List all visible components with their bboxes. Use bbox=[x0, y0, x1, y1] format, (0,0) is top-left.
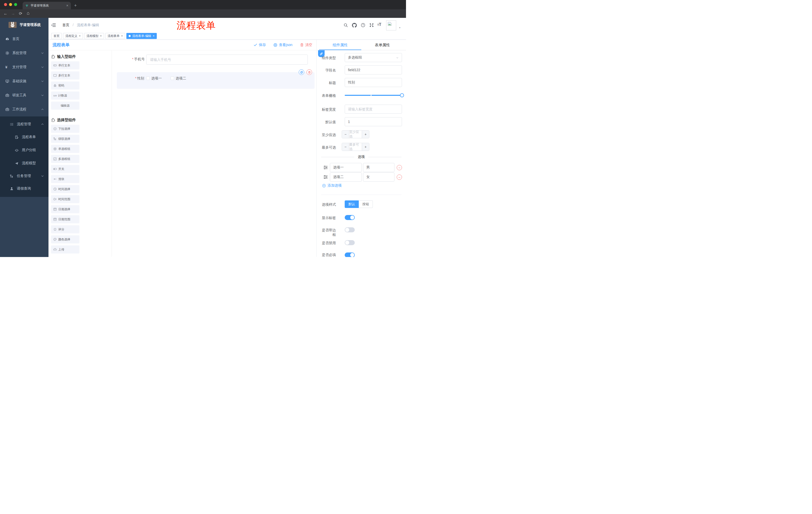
gender-option1-label[interactable]: 选项一 bbox=[151, 76, 162, 81]
style-default-button[interactable]: 默认 bbox=[345, 200, 359, 208]
sidebar-item-system[interactable]: 系统管理 bbox=[0, 46, 49, 60]
back-icon[interactable]: ← bbox=[3, 11, 8, 16]
component-type-select[interactable]: 多选框组 bbox=[345, 53, 402, 62]
forward-icon[interactable]: → bbox=[10, 11, 16, 16]
required-switch[interactable] bbox=[345, 252, 355, 257]
component-select[interactable]: 下拉选择 bbox=[51, 125, 79, 133]
fullscreen-icon[interactable] bbox=[369, 23, 374, 27]
phone-field-input[interactable] bbox=[146, 55, 308, 64]
style-button-button[interactable]: 按钮 bbox=[359, 200, 373, 208]
component-multi-line-text[interactable]: 多行文本 bbox=[51, 72, 79, 79]
sidebar-item-leave-query[interactable]: 请假查询 bbox=[0, 182, 49, 195]
sidebar-item-home[interactable]: 首页 bbox=[0, 32, 49, 46]
component-radio-group[interactable]: 单选框组 bbox=[51, 145, 79, 153]
option1-label-input[interactable] bbox=[330, 163, 362, 172]
component-color-picker[interactable]: 颜色选择 bbox=[51, 235, 79, 243]
component-time-picker[interactable]: 时间选择 bbox=[51, 185, 79, 193]
tag-process-definition[interactable]: 流程定义× bbox=[63, 33, 83, 39]
slider-handle[interactable] bbox=[400, 93, 404, 97]
show-label-switch[interactable] bbox=[345, 215, 355, 220]
drag-handle-icon[interactable] bbox=[323, 175, 328, 179]
search-icon[interactable] bbox=[343, 23, 348, 27]
sidebar-item-user-group[interactable]: 用户分组 bbox=[0, 143, 49, 157]
save-button[interactable]: 保存 bbox=[254, 43, 266, 47]
sidebar-item-process-form[interactable]: 流程表单 bbox=[0, 131, 49, 143]
window-minimize-button[interactable] bbox=[9, 3, 12, 6]
copy-component-button[interactable] bbox=[299, 70, 304, 75]
decrease-button[interactable]: − bbox=[342, 131, 349, 138]
breadcrumb-home[interactable]: 首页 bbox=[62, 23, 69, 27]
browser-tab[interactable]: 芋道管理系统 × bbox=[23, 2, 71, 9]
component-checkbox-group[interactable]: 多选框组 bbox=[51, 155, 79, 163]
tree-icon bbox=[10, 174, 14, 178]
component-date-picker[interactable]: 日期选择 bbox=[51, 205, 79, 213]
add-option-button[interactable]: 添加选项 bbox=[322, 183, 342, 188]
increase-button[interactable]: + bbox=[362, 143, 369, 151]
tag-home[interactable]: 首页 bbox=[51, 33, 62, 39]
tab-component-props[interactable]: 组件属性 bbox=[319, 40, 361, 50]
option2-label-input[interactable] bbox=[330, 172, 362, 182]
clear-button[interactable]: 清空 bbox=[300, 43, 312, 47]
sidebar-item-devtools[interactable]: 研发工具 bbox=[0, 88, 49, 102]
font-size-icon[interactable]: TT bbox=[377, 22, 381, 27]
help-icon[interactable]: ? bbox=[361, 23, 365, 27]
max-select-value[interactable]: 最多可选 bbox=[349, 143, 362, 151]
label-width-input[interactable] bbox=[345, 105, 402, 114]
border-switch[interactable] bbox=[345, 227, 355, 232]
increase-button[interactable]: + bbox=[362, 131, 369, 138]
remove-option2-button[interactable]: − bbox=[397, 174, 402, 180]
user-menu-caret-icon[interactable]: ▾ bbox=[399, 26, 401, 29]
tag-close-icon[interactable]: × bbox=[100, 34, 102, 38]
selected-component-gender[interactable]: *性别 选项一 选项二 bbox=[117, 72, 315, 89]
user-avatar[interactable] bbox=[386, 20, 396, 30]
remove-option1-button[interactable]: − bbox=[397, 165, 402, 170]
default-value-input[interactable] bbox=[345, 117, 402, 126]
option1-value-input[interactable] bbox=[363, 163, 395, 172]
home-icon[interactable]: ⌂ bbox=[26, 10, 31, 16]
component-editor[interactable]: 编辑器 bbox=[51, 102, 79, 110]
component-upload[interactable]: 上传 bbox=[51, 245, 79, 253]
sidebar-item-task-management[interactable]: 任务管理 bbox=[0, 170, 49, 182]
tag-close-icon[interactable]: × bbox=[79, 34, 81, 38]
reload-icon[interactable]: ⟳ bbox=[18, 11, 23, 16]
component-rate[interactable]: 评分 bbox=[51, 225, 79, 233]
form-grid-slider[interactable] bbox=[345, 95, 402, 96]
tag-close-icon[interactable]: × bbox=[121, 34, 123, 38]
component-single-line-text[interactable]: 单行文本 bbox=[51, 61, 79, 70]
component-cascader[interactable]: 级联选择 bbox=[51, 135, 79, 143]
gender-option1-checkbox[interactable] bbox=[146, 77, 150, 80]
tab-close-icon[interactable]: × bbox=[66, 3, 68, 7]
gender-option2-checkbox[interactable] bbox=[171, 77, 174, 80]
decrease-button[interactable]: − bbox=[342, 143, 349, 151]
github-icon[interactable] bbox=[352, 23, 357, 28]
component-time-range[interactable]: 时间范围 bbox=[51, 195, 79, 203]
min-select-value[interactable]: 至少应选 bbox=[349, 131, 362, 138]
new-tab-button[interactable]: + bbox=[74, 2, 77, 8]
window-zoom-button[interactable] bbox=[14, 3, 17, 6]
tag-close-icon[interactable]: × bbox=[153, 34, 154, 38]
tab-form-props[interactable]: 表单属性 bbox=[361, 40, 404, 50]
gender-option2-label[interactable]: 选项二 bbox=[176, 76, 186, 81]
sidebar-item-workflow[interactable]: 工作流程 bbox=[0, 102, 49, 116]
tag-process-model[interactable]: 流程模型× bbox=[84, 33, 104, 39]
component-slider[interactable]: 滑块 bbox=[51, 175, 79, 183]
component-switch[interactable]: 开关 bbox=[51, 165, 79, 173]
drag-handle-icon[interactable] bbox=[323, 165, 328, 170]
sidebar-item-process-model[interactable]: 流程模型 bbox=[0, 157, 49, 170]
field-name-input[interactable] bbox=[345, 65, 402, 75]
sidebar-collapse-icon[interactable] bbox=[51, 23, 56, 28]
tag-process-form-edit[interactable]: 流程表单-编辑× bbox=[126, 33, 157, 39]
component-password[interactable]: 密码 bbox=[51, 81, 79, 89]
view-json-button[interactable]: 查看json bbox=[273, 43, 292, 47]
title-input[interactable] bbox=[345, 78, 402, 87]
disabled-switch[interactable] bbox=[345, 240, 355, 245]
window-close-button[interactable] bbox=[4, 3, 7, 6]
component-counter[interactable]: 123 计数器 bbox=[51, 91, 79, 100]
sidebar-item-infrastructure[interactable]: 基础设施 bbox=[0, 74, 49, 88]
option2-value-input[interactable] bbox=[363, 172, 395, 182]
delete-component-button[interactable] bbox=[307, 70, 312, 75]
sidebar-item-payment[interactable]: ¥ 支付管理 bbox=[0, 60, 49, 74]
sidebar-item-process-management[interactable]: 流程管理 bbox=[0, 118, 49, 131]
tag-process-form[interactable]: 流程表单× bbox=[105, 33, 125, 39]
component-date-range[interactable]: 日期范围 bbox=[51, 215, 79, 223]
